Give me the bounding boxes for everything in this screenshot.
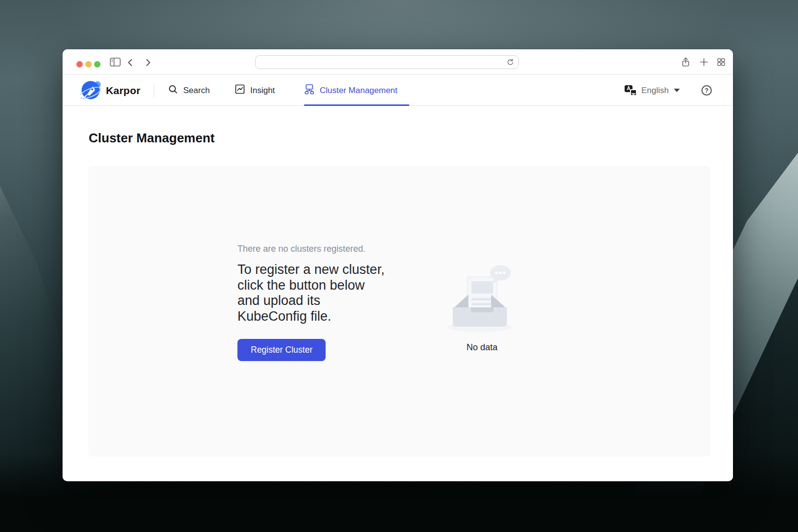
- address-input[interactable]: [256, 56, 518, 68]
- karpor-logo[interactable]: [80, 80, 101, 100]
- empty-state-card: There are no clusters registered. To reg…: [88, 166, 711, 457]
- back-icon[interactable]: [127, 59, 133, 68]
- language-label: English: [641, 86, 669, 96]
- cluster-topology-icon: [304, 84, 315, 97]
- tab-cluster-management[interactable]: Cluster Management: [304, 75, 398, 106]
- tab-insight-label: Insight: [250, 86, 275, 96]
- browser-window: Karpor Search Insight: [63, 49, 733, 481]
- reload-icon[interactable]: [506, 58, 514, 68]
- chevron-down-icon: [674, 89, 680, 92]
- empty-state-text: There are no clusters registered. To reg…: [237, 244, 469, 361]
- zoom-window-button[interactable]: [94, 61, 100, 67]
- cluster-management-page: Cluster Management There are no clusters…: [63, 106, 733, 481]
- page-title: Cluster Management: [89, 131, 215, 146]
- minimize-window-button[interactable]: [85, 61, 92, 67]
- sidebar-toggle-icon[interactable]: [109, 57, 121, 69]
- empty-line-4: KubeConfig file.: [237, 309, 469, 325]
- app-navbar: Karpor Search Insight: [63, 75, 733, 106]
- insight-chart-icon: [234, 84, 245, 97]
- language-selector[interactable]: A English: [625, 75, 680, 106]
- forward-icon[interactable]: [145, 59, 151, 68]
- share-icon[interactable]: [680, 57, 691, 69]
- register-cluster-button[interactable]: Register Cluster: [237, 339, 326, 361]
- empty-box-icon: [443, 260, 522, 333]
- new-tab-icon[interactable]: [698, 57, 709, 69]
- tab-overview-icon[interactable]: [716, 57, 727, 69]
- empty-subtitle: There are no clusters registered.: [237, 244, 469, 254]
- address-bar[interactable]: [255, 55, 519, 69]
- tab-insight[interactable]: Insight: [234, 75, 275, 106]
- help-icon[interactable]: ?: [701, 85, 712, 96]
- close-window-button[interactable]: [76, 61, 83, 67]
- browser-toolbar: [63, 49, 733, 75]
- search-icon: [167, 84, 178, 97]
- empty-line-1: To register a new cluster,: [237, 262, 469, 278]
- empty-line-3: and upload its: [237, 293, 469, 309]
- empty-line-2: click the button below: [237, 278, 469, 294]
- no-data-label: No data: [439, 342, 525, 353]
- brand-name[interactable]: Karpor: [106, 75, 140, 106]
- tab-search[interactable]: Search: [167, 75, 210, 106]
- tab-cluster-label: Cluster Management: [320, 86, 398, 96]
- translate-icon: A: [625, 84, 637, 97]
- no-data-illustration: No data: [439, 260, 525, 353]
- tab-search-label: Search: [183, 86, 210, 96]
- nav-divider: [154, 83, 154, 98]
